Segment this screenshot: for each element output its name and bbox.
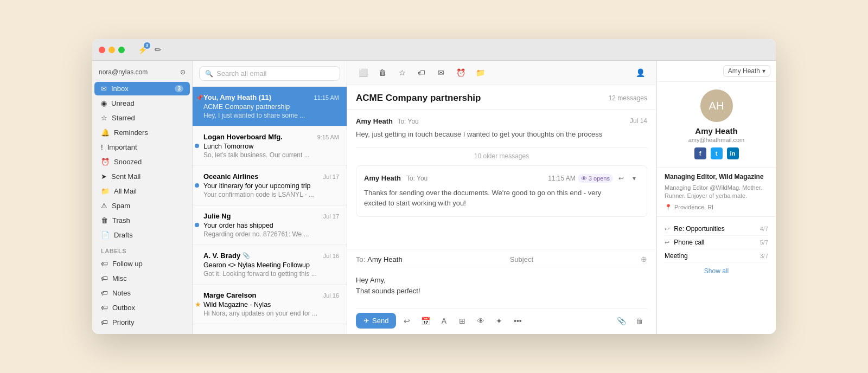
sidebar-item-inbox[interactable]: ✉ Inbox 3 <box>94 82 190 95</box>
folder-button[interactable]: 📁 <box>472 65 488 80</box>
sidebar-item-misc[interactable]: 🏷 Misc <box>94 272 190 285</box>
minimize-button[interactable] <box>108 47 115 53</box>
move-button[interactable]: ✉ <box>433 65 449 80</box>
sidebar-item-drafts[interactable]: 📄 Drafts <box>94 228 190 242</box>
related-item[interactable]: ↩ Re: Opportunities 4/7 <box>665 222 768 236</box>
undo-button[interactable]: ↩ <box>399 313 414 329</box>
preview-button[interactable]: 👁 <box>473 313 488 329</box>
email-sender: Logan Hoverboard Mfg. <box>203 133 283 141</box>
email-preview: Regarding order no. 8726761: We ... <box>203 230 339 238</box>
compose-body[interactable]: Hey Amy, That sounds perfect! <box>356 271 647 308</box>
related-item-name: Meeting <box>665 252 688 260</box>
message-list: Amy Heath To: You Jul 14 Hey, just getti… <box>347 110 656 249</box>
sidebar-item-label: Follow up <box>112 260 143 268</box>
attach-button[interactable]: 📎 <box>614 313 629 329</box>
profile-button[interactable]: 👤 <box>632 65 648 80</box>
sidebar-item-label: Reminders <box>114 128 148 137</box>
star-indicator: ★ <box>195 300 201 308</box>
older-messages-divider[interactable]: 10 older messages <box>356 147 647 160</box>
related-items: ↩ Re: Opportunities 4/7 ↩ Phone call 5/7… <box>657 217 776 285</box>
sidebar-item-trash[interactable]: 🗑 Trash <box>94 214 190 227</box>
email-item[interactable]: 📌 You, Amy Heath (11) 11:15 AM ACME Comp… <box>193 87 347 126</box>
twitter-icon[interactable]: t <box>711 147 723 159</box>
email-item[interactable]: Oceanic Airlines Jul 17 Your itinerary f… <box>193 166 347 205</box>
email-item[interactable]: ★ Marge Carelson Jul 16 Wild Magazine - … <box>193 285 347 324</box>
account-dropdown-icon[interactable]: ⊙ <box>180 68 186 76</box>
related-item-date: 4/7 <box>760 226 768 232</box>
bell-icon: 🔔 <box>101 128 110 137</box>
delete-button[interactable]: 🗑 <box>374 65 391 80</box>
show-all-button[interactable]: Show all <box>665 263 768 279</box>
email-content: ⬜ 🗑 ☆ 🏷 ✉ ⏰ 📁 👤 ACME Company partnership… <box>347 61 656 334</box>
maximize-button[interactable] <box>118 47 125 53</box>
sidebar-item-label: Inbox <box>111 85 129 93</box>
notifications-icon[interactable]: ⚡ 3 <box>138 46 147 54</box>
email-preview: Got it. Looking forward to getting this … <box>203 270 339 278</box>
phone-icon: ↩ <box>665 239 669 246</box>
email-subject: Your order has shipped <box>203 222 339 229</box>
star-button[interactable]: ☆ <box>394 65 410 80</box>
reply-icon: ↩ <box>665 226 669 232</box>
email-items: 📌 You, Amy Heath (11) 11:15 AM ACME Comp… <box>193 87 347 334</box>
allmail-icon: 📁 <box>101 187 110 195</box>
template-button[interactable]: ⊞ <box>455 313 470 329</box>
snooze-button[interactable]: ⏰ <box>452 65 469 80</box>
sidebar-item-priority[interactable]: 🏷 Priority <box>94 316 190 329</box>
reply-button[interactable]: ↩ <box>615 173 627 183</box>
email-subject: Wild Magazine - Nylas <box>203 301 339 308</box>
compose-button[interactable]: ✏ <box>155 45 162 55</box>
compose-subject-label[interactable]: Subject <box>510 255 533 263</box>
related-item[interactable]: ↩ Phone call 5/7 <box>665 236 768 249</box>
email-item-header: You, Amy Heath (11) 11:15 AM <box>203 93 339 101</box>
sidebar-item-starred[interactable]: ☆ Starred <box>94 111 190 125</box>
message-sender: Amy Heath <box>356 117 393 125</box>
tag-button[interactable]: 🏷 <box>413 65 430 80</box>
search-input[interactable] <box>216 69 334 78</box>
contact-selector-name: Amy Heath <box>728 67 760 75</box>
drafts-icon: 📄 <box>101 231 110 239</box>
sidebar-item-reminders[interactable]: 🔔 Reminders <box>94 126 190 139</box>
compose-to-label: To: <box>356 255 365 263</box>
sidebar-item-important[interactable]: ! Important <box>94 140 190 154</box>
email-item[interactable]: A. V. Brady 📎 Jul 16 Gearon <> Nylas Mee… <box>193 245 347 285</box>
archive-button[interactable]: ⬜ <box>355 65 371 80</box>
expanded-message-header: Amy Heath To: You 11:15 AM 👁 3 opens ↩ ▾ <box>364 173 639 183</box>
email-item[interactable]: Logan Hoverboard Mfg. 9:15 AM Lunch Tomo… <box>193 126 347 166</box>
compose-toolbar: ✈ Send ↩ 📅 A ⊞ 👁 ✦ ••• 📎 🗑 <box>356 308 647 329</box>
search-box[interactable]: 🔍 <box>199 66 340 81</box>
related-item[interactable]: Meeting 3/7 <box>665 249 768 263</box>
opens-badge: 👁 3 opens <box>578 174 613 183</box>
expand-message-button[interactable]: ▾ <box>629 173 639 183</box>
email-time: Jul 16 <box>323 253 339 259</box>
discard-button[interactable]: 🗑 <box>632 313 647 329</box>
linkedin-icon[interactable]: in <box>727 147 739 159</box>
contact-selector[interactable]: Amy Heath ▾ <box>723 65 770 77</box>
inbox-icon: ✉ <box>101 85 107 93</box>
format-button[interactable]: A <box>436 313 451 329</box>
calendar-button[interactable]: 📅 <box>418 313 433 329</box>
sidebar-item-allmail[interactable]: 📁 All Mail <box>94 184 190 198</box>
sidebar-item-snoozed[interactable]: ⏰ Snoozed <box>94 155 190 169</box>
email-time: 9:15 AM <box>317 134 339 140</box>
send-button[interactable]: ✈ Send <box>356 313 396 329</box>
sidebar-item-unread[interactable]: ◉ Unread <box>94 97 190 110</box>
compose-to-name[interactable]: Amy Heath <box>367 255 402 263</box>
sidebar-item-spam[interactable]: ⚠ Spam <box>94 199 190 213</box>
label-icon: 🏷 <box>101 289 108 297</box>
facebook-icon[interactable]: f <box>694 147 706 159</box>
tracking-button[interactable]: ✦ <box>492 313 507 329</box>
related-item-date: 5/7 <box>760 239 768 246</box>
eye-icon: 👁 <box>581 175 587 182</box>
sent-icon: ➤ <box>101 172 107 181</box>
sidebar-item-notes[interactable]: 🏷 Notes <box>94 286 190 300</box>
more-button[interactable]: ••• <box>510 313 525 329</box>
message-item[interactable]: Amy Heath To: You Jul 14 Hey, just getti… <box>356 116 647 140</box>
email-sender: You, Amy Heath (11) <box>203 93 271 101</box>
sidebar-item-sent[interactable]: ➤ Sent Mail <box>94 170 190 183</box>
account-selector[interactable]: nora@nylas.com ⊙ <box>92 65 192 81</box>
sidebar-item-followup[interactable]: 🏷 Follow up <box>94 257 190 271</box>
email-item[interactable]: Julie Ng Jul 17 Your order has shipped R… <box>193 205 347 245</box>
email-subject: ACME Company partnership <box>203 103 339 111</box>
sidebar-item-outbox[interactable]: 🏷 Outbox <box>94 301 190 314</box>
close-button[interactable] <box>99 47 105 53</box>
